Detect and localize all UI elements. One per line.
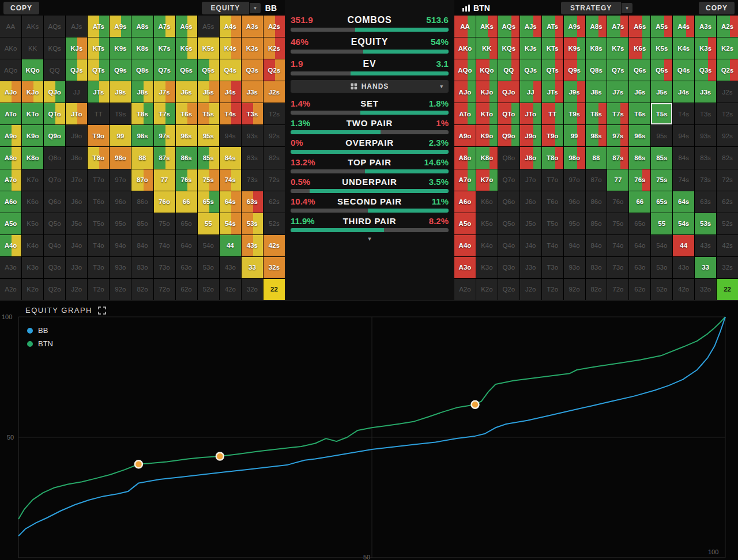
cell-99[interactable]: 99 bbox=[564, 125, 585, 146]
cell-97o[interactable]: 97o bbox=[564, 169, 585, 191]
cell-Q8o[interactable]: Q8o bbox=[44, 147, 65, 168]
cell-T9s[interactable]: T9s bbox=[110, 103, 131, 124]
cell-K9s[interactable]: K9s bbox=[110, 37, 131, 59]
cell-QTs[interactable]: QTs bbox=[88, 59, 109, 81]
cell-92s[interactable]: 92s bbox=[263, 125, 285, 146]
cell-A4o[interactable]: A4o bbox=[0, 235, 21, 256]
cell-Q7s[interactable]: Q7s bbox=[607, 59, 628, 81]
cell-Q3o[interactable]: Q3o bbox=[498, 257, 519, 278]
cell-98s[interactable]: 98s bbox=[586, 125, 607, 146]
cell-KJs[interactable]: KJs bbox=[66, 37, 87, 59]
cell-85s[interactable]: 85s bbox=[651, 147, 672, 168]
cell-KTo[interactable]: KTo bbox=[476, 103, 498, 124]
cell-A8s[interactable]: A8s bbox=[586, 16, 607, 37]
cell-A5s[interactable]: A5s bbox=[651, 16, 672, 37]
cell-K2o[interactable]: K2o bbox=[22, 279, 43, 300]
cell-63o[interactable]: 63o bbox=[176, 257, 197, 278]
cell-74o[interactable]: 74o bbox=[154, 235, 175, 256]
cell-72s[interactable]: 72s bbox=[717, 169, 738, 191]
cell-K7o[interactable]: K7o bbox=[22, 169, 43, 191]
cell-54s[interactable]: 54s bbox=[673, 213, 694, 234]
cell-54s[interactable]: 54s bbox=[220, 213, 241, 234]
cell-J9o[interactable]: J9o bbox=[520, 125, 541, 146]
cell-66[interactable]: 66 bbox=[629, 191, 650, 213]
cell-64o[interactable]: 64o bbox=[176, 235, 197, 256]
cell-A5s[interactable]: A5s bbox=[198, 16, 219, 37]
cell-KTo[interactable]: KTo bbox=[22, 103, 43, 124]
cell-Q7o[interactable]: Q7o bbox=[498, 169, 519, 191]
cell-AA[interactable]: AA bbox=[0, 16, 21, 37]
cell-22[interactable]: 22 bbox=[263, 279, 285, 300]
cell-QQ[interactable]: QQ bbox=[44, 59, 65, 81]
cell-J4o[interactable]: J4o bbox=[66, 235, 87, 256]
cell-32s[interactable]: 32s bbox=[263, 257, 285, 278]
cell-AQs[interactable]: AQs bbox=[498, 16, 519, 37]
cell-AQs[interactable]: AQs bbox=[44, 16, 65, 37]
cell-Q3o[interactable]: Q3o bbox=[44, 257, 65, 278]
cell-72o[interactable]: 72o bbox=[154, 279, 175, 300]
cell-J8o[interactable]: J8o bbox=[66, 147, 87, 168]
cell-K4s[interactable]: K4s bbox=[673, 37, 694, 59]
cell-J4o[interactable]: J4o bbox=[520, 235, 541, 256]
cell-74o[interactable]: 74o bbox=[607, 235, 628, 256]
cell-A4s[interactable]: A4s bbox=[673, 16, 694, 37]
cell-94o[interactable]: 94o bbox=[110, 235, 131, 256]
cell-T7o[interactable]: T7o bbox=[542, 169, 563, 191]
cell-J7o[interactable]: J7o bbox=[66, 169, 87, 191]
cell-73o[interactable]: 73o bbox=[154, 257, 175, 278]
cell-A6s[interactable]: A6s bbox=[176, 16, 197, 37]
cell-K6s[interactable]: K6s bbox=[176, 37, 197, 59]
cell-ATo[interactable]: ATo bbox=[0, 103, 21, 124]
cell-92o[interactable]: 92o bbox=[110, 279, 131, 300]
cell-A3s[interactable]: A3s bbox=[242, 16, 263, 37]
cell-63s[interactable]: 63s bbox=[695, 191, 716, 213]
cell-98o[interactable]: 98o bbox=[110, 147, 131, 168]
cell-53o[interactable]: 53o bbox=[198, 257, 219, 278]
cell-K4s[interactable]: K4s bbox=[220, 37, 241, 59]
cell-64s[interactable]: 64s bbox=[220, 191, 241, 213]
cell-87o[interactable]: 87o bbox=[586, 169, 607, 191]
cell-84s[interactable]: 84s bbox=[220, 147, 241, 168]
cell-A5o[interactable]: A5o bbox=[0, 213, 21, 234]
cell-J8s[interactable]: J8s bbox=[586, 81, 607, 103]
cell-74s[interactable]: 74s bbox=[673, 169, 694, 191]
cell-J3s[interactable]: J3s bbox=[695, 81, 716, 103]
cell-85o[interactable]: 85o bbox=[586, 213, 607, 234]
cell-A6o[interactable]: A6o bbox=[454, 191, 476, 213]
cell-87s[interactable]: 87s bbox=[154, 147, 175, 168]
cell-Q6o[interactable]: Q6o bbox=[44, 191, 65, 213]
cell-A9s[interactable]: A9s bbox=[110, 16, 131, 37]
cell-J5o[interactable]: J5o bbox=[66, 213, 87, 234]
cell-63s[interactable]: 63s bbox=[242, 191, 263, 213]
cell-43s[interactable]: 43s bbox=[242, 235, 263, 256]
cell-Q4s[interactable]: Q4s bbox=[673, 59, 694, 81]
equity-view-caret-icon[interactable]: ▾ bbox=[250, 3, 261, 13]
cell-Q9o[interactable]: Q9o bbox=[498, 125, 519, 146]
cell-84o[interactable]: 84o bbox=[131, 235, 153, 256]
cell-T3o[interactable]: T3o bbox=[542, 257, 563, 278]
cell-65s[interactable]: 65s bbox=[651, 191, 672, 213]
cell-KQs[interactable]: KQs bbox=[44, 37, 65, 59]
cell-T8s[interactable]: T8s bbox=[586, 103, 607, 124]
cell-K8o[interactable]: K8o bbox=[476, 147, 498, 168]
cell-KK[interactable]: KK bbox=[22, 37, 43, 59]
cell-96o[interactable]: 96o bbox=[564, 191, 585, 213]
hands-dropdown[interactable]: HANDS ▾ bbox=[291, 80, 449, 93]
cell-KJo[interactable]: KJo bbox=[476, 81, 498, 103]
cell-Q9o[interactable]: Q9o bbox=[44, 125, 65, 146]
cell-Q7o[interactable]: Q7o bbox=[44, 169, 65, 191]
cell-87o[interactable]: 87o bbox=[131, 169, 153, 191]
cell-76s[interactable]: 76s bbox=[176, 169, 197, 191]
cell-95s[interactable]: 95s bbox=[651, 125, 672, 146]
cell-83s[interactable]: 83s bbox=[242, 147, 263, 168]
cell-A3s[interactable]: A3s bbox=[695, 16, 716, 37]
graph-marker-1[interactable] bbox=[135, 460, 142, 468]
cell-K3s[interactable]: K3s bbox=[242, 37, 263, 59]
cell-T2s[interactable]: T2s bbox=[717, 103, 738, 124]
cell-A2o[interactable]: A2o bbox=[454, 279, 476, 300]
cell-JJ[interactable]: JJ bbox=[66, 81, 87, 103]
cell-Q5o[interactable]: Q5o bbox=[498, 213, 519, 234]
cell-99[interactable]: 99 bbox=[110, 125, 131, 146]
cell-AKs[interactable]: AKs bbox=[22, 16, 43, 37]
cell-93o[interactable]: 93o bbox=[564, 257, 585, 278]
